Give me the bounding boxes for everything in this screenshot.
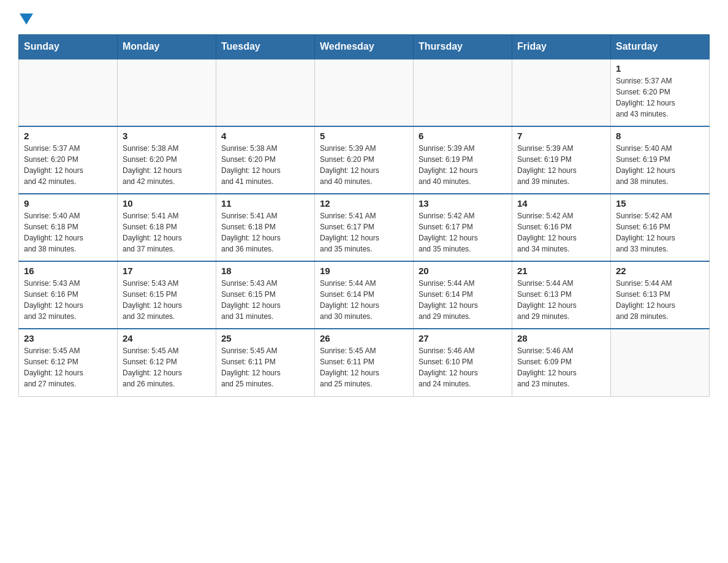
table-row: 14Sunrise: 5:42 AMSunset: 6:16 PMDayligh…: [512, 194, 611, 261]
day-number: 22: [616, 266, 704, 276]
table-row: 8Sunrise: 5:40 AMSunset: 6:19 PMDaylight…: [611, 126, 710, 194]
day-info: Sunrise: 5:43 AMSunset: 6:15 PMDaylight:…: [123, 278, 211, 322]
day-number: 4: [221, 131, 309, 141]
header-tuesday: Tuesday: [216, 35, 315, 59]
header-saturday: Saturday: [611, 35, 710, 59]
table-row: 27Sunrise: 5:46 AMSunset: 6:10 PMDayligh…: [414, 329, 512, 396]
day-number: 24: [123, 333, 211, 343]
day-number: 27: [419, 333, 507, 343]
table-row: 12Sunrise: 5:41 AMSunset: 6:17 PMDayligh…: [315, 194, 414, 261]
day-info: Sunrise: 5:44 AMSunset: 6:13 PMDaylight:…: [517, 278, 605, 322]
day-number: 28: [517, 333, 605, 343]
table-row: 24Sunrise: 5:45 AMSunset: 6:12 PMDayligh…: [118, 329, 216, 396]
page-header: [18, 12, 710, 25]
day-info: Sunrise: 5:45 AMSunset: 6:11 PMDaylight:…: [320, 345, 408, 389]
table-row: 18Sunrise: 5:43 AMSunset: 6:15 PMDayligh…: [216, 261, 315, 329]
weekday-header-row: Sunday Monday Tuesday Wednesday Thursday…: [19, 35, 710, 59]
day-number: 3: [123, 131, 211, 141]
table-row: 16Sunrise: 5:43 AMSunset: 6:16 PMDayligh…: [19, 261, 118, 329]
day-info: Sunrise: 5:42 AMSunset: 6:16 PMDaylight:…: [517, 210, 605, 255]
day-info: Sunrise: 5:46 AMSunset: 6:09 PMDaylight:…: [517, 345, 605, 389]
table-row: 20Sunrise: 5:44 AMSunset: 6:14 PMDayligh…: [414, 261, 512, 329]
table-row: 5Sunrise: 5:39 AMSunset: 6:20 PMDaylight…: [315, 126, 414, 194]
table-row: [19, 59, 118, 126]
day-info: Sunrise: 5:44 AMSunset: 6:14 PMDaylight:…: [320, 278, 408, 322]
day-number: 21: [517, 266, 605, 276]
day-info: Sunrise: 5:39 AMSunset: 6:19 PMDaylight:…: [517, 143, 605, 187]
day-number: 13: [419, 198, 507, 209]
day-info: Sunrise: 5:38 AMSunset: 6:20 PMDaylight:…: [123, 143, 211, 187]
table-row: [118, 59, 216, 126]
logo: [18, 12, 33, 25]
day-info: Sunrise: 5:41 AMSunset: 6:18 PMDaylight:…: [123, 210, 211, 255]
day-info: Sunrise: 5:45 AMSunset: 6:12 PMDaylight:…: [123, 345, 211, 389]
day-number: 19: [320, 266, 408, 276]
day-info: Sunrise: 5:42 AMSunset: 6:17 PMDaylight:…: [419, 210, 507, 255]
table-row: 3Sunrise: 5:38 AMSunset: 6:20 PMDaylight…: [118, 126, 216, 194]
day-number: 8: [616, 131, 704, 141]
day-info: Sunrise: 5:46 AMSunset: 6:10 PMDaylight:…: [419, 345, 507, 389]
header-monday: Monday: [118, 35, 216, 59]
day-number: 16: [24, 266, 112, 276]
day-info: Sunrise: 5:42 AMSunset: 6:16 PMDaylight:…: [616, 210, 704, 255]
table-row: 11Sunrise: 5:41 AMSunset: 6:18 PMDayligh…: [216, 194, 315, 261]
table-row: 1Sunrise: 5:37 AMSunset: 6:20 PMDaylight…: [611, 59, 710, 126]
table-row: [512, 59, 611, 126]
day-info: Sunrise: 5:39 AMSunset: 6:19 PMDaylight:…: [419, 143, 507, 187]
day-info: Sunrise: 5:37 AMSunset: 6:20 PMDaylight:…: [24, 143, 112, 187]
svg-marker-0: [20, 13, 33, 25]
day-info: Sunrise: 5:37 AMSunset: 6:20 PMDaylight:…: [616, 75, 704, 120]
calendar-week-row: 2Sunrise: 5:37 AMSunset: 6:20 PMDaylight…: [19, 126, 710, 194]
table-row: 19Sunrise: 5:44 AMSunset: 6:14 PMDayligh…: [315, 261, 414, 329]
calendar-table: Sunday Monday Tuesday Wednesday Thursday…: [18, 34, 710, 397]
header-thursday: Thursday: [414, 35, 512, 59]
day-number: 5: [320, 131, 408, 141]
day-number: 1: [616, 63, 704, 74]
day-info: Sunrise: 5:40 AMSunset: 6:19 PMDaylight:…: [616, 143, 704, 187]
day-info: Sunrise: 5:40 AMSunset: 6:18 PMDaylight:…: [24, 210, 112, 255]
day-info: Sunrise: 5:43 AMSunset: 6:16 PMDaylight:…: [24, 278, 112, 322]
table-row: 28Sunrise: 5:46 AMSunset: 6:09 PMDayligh…: [512, 329, 611, 396]
table-row: 17Sunrise: 5:43 AMSunset: 6:15 PMDayligh…: [118, 261, 216, 329]
header-friday: Friday: [512, 35, 611, 59]
day-info: Sunrise: 5:43 AMSunset: 6:15 PMDaylight:…: [221, 278, 309, 322]
table-row: 9Sunrise: 5:40 AMSunset: 6:18 PMDaylight…: [19, 194, 118, 261]
day-number: 9: [24, 198, 112, 209]
table-row: 13Sunrise: 5:42 AMSunset: 6:17 PMDayligh…: [414, 194, 512, 261]
day-number: 25: [221, 333, 309, 343]
day-number: 23: [24, 333, 112, 343]
table-row: 6Sunrise: 5:39 AMSunset: 6:19 PMDaylight…: [414, 126, 512, 194]
table-row: 23Sunrise: 5:45 AMSunset: 6:12 PMDayligh…: [19, 329, 118, 396]
day-info: Sunrise: 5:45 AMSunset: 6:11 PMDaylight:…: [221, 345, 309, 389]
table-row: 4Sunrise: 5:38 AMSunset: 6:20 PMDaylight…: [216, 126, 315, 194]
table-row: 10Sunrise: 5:41 AMSunset: 6:18 PMDayligh…: [118, 194, 216, 261]
day-number: 20: [419, 266, 507, 276]
day-info: Sunrise: 5:44 AMSunset: 6:14 PMDaylight:…: [419, 278, 507, 322]
day-number: 11: [221, 198, 309, 209]
header-wednesday: Wednesday: [315, 35, 414, 59]
calendar-week-row: 1Sunrise: 5:37 AMSunset: 6:20 PMDaylight…: [19, 59, 710, 126]
table-row: 22Sunrise: 5:44 AMSunset: 6:13 PMDayligh…: [611, 261, 710, 329]
day-number: 6: [419, 131, 507, 141]
day-number: 12: [320, 198, 408, 209]
day-info: Sunrise: 5:41 AMSunset: 6:18 PMDaylight:…: [221, 210, 309, 255]
table-row: [216, 59, 315, 126]
day-number: 10: [123, 198, 211, 209]
table-row: [315, 59, 414, 126]
day-number: 7: [517, 131, 605, 141]
calendar-week-row: 9Sunrise: 5:40 AMSunset: 6:18 PMDaylight…: [19, 194, 710, 261]
table-row: [414, 59, 512, 126]
table-row: 7Sunrise: 5:39 AMSunset: 6:19 PMDaylight…: [512, 126, 611, 194]
table-row: 21Sunrise: 5:44 AMSunset: 6:13 PMDayligh…: [512, 261, 611, 329]
day-number: 2: [24, 131, 112, 141]
day-number: 17: [123, 266, 211, 276]
day-info: Sunrise: 5:41 AMSunset: 6:17 PMDaylight:…: [320, 210, 408, 255]
table-row: 15Sunrise: 5:42 AMSunset: 6:16 PMDayligh…: [611, 194, 710, 261]
table-row: 25Sunrise: 5:45 AMSunset: 6:11 PMDayligh…: [216, 329, 315, 396]
calendar-week-row: 23Sunrise: 5:45 AMSunset: 6:12 PMDayligh…: [19, 329, 710, 396]
header-sunday: Sunday: [19, 35, 118, 59]
day-number: 26: [320, 333, 408, 343]
table-row: [611, 329, 710, 396]
day-number: 15: [616, 198, 704, 209]
day-info: Sunrise: 5:45 AMSunset: 6:12 PMDaylight:…: [24, 345, 112, 389]
